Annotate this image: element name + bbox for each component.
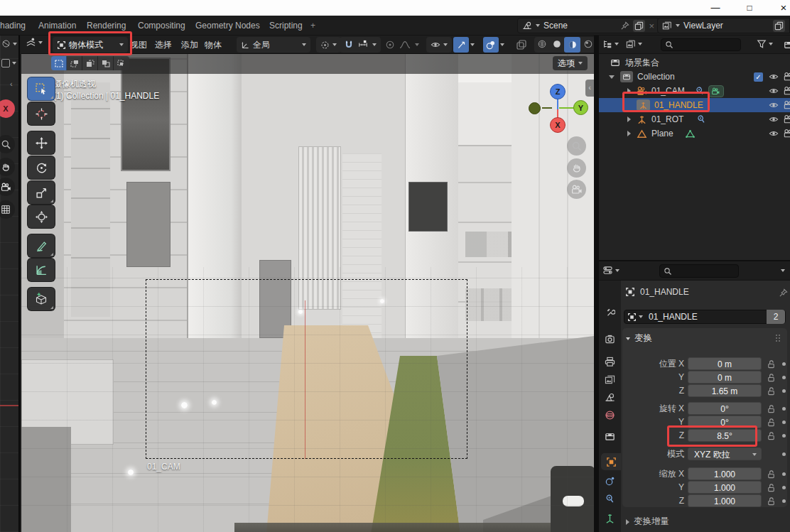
rotate-tool[interactable] (27, 156, 55, 180)
location-z-field[interactable]: 1.65 m (688, 384, 762, 397)
outliner-search-input[interactable] (661, 38, 741, 51)
zoom-button[interactable] (0, 135, 15, 153)
collapse-arrow-icon[interactable]: ‹ (10, 80, 13, 88)
outliner-filter-dropdown[interactable] (626, 39, 642, 49)
lock-icon[interactable] (766, 416, 776, 428)
scale-z-field[interactable]: 1.000 (688, 494, 762, 507)
axis-x-ball[interactable]: X (0, 99, 15, 118)
workspace-tab-compositing[interactable]: Compositing (138, 16, 185, 36)
editor-type-dropdown[interactable] (26, 37, 43, 48)
scene-selector[interactable]: Scene × (517, 18, 659, 33)
chevron-down-icon[interactable] (372, 43, 377, 46)
chevron-down-icon[interactable] (470, 43, 475, 46)
panel-grip-icon[interactable] (774, 334, 783, 342)
animate-dot[interactable] (781, 384, 786, 397)
mode-dropdown[interactable]: 物体模式 (53, 37, 128, 53)
select-mode-invert-button[interactable] (98, 56, 114, 70)
measure-tool[interactable] (27, 258, 55, 282)
viewlayer-selector[interactable]: ViewLayer (657, 18, 790, 33)
object-name-field[interactable]: 01_HANDLE 2 (624, 310, 786, 324)
users-count-badge[interactable]: 2 (767, 310, 785, 324)
transform-tool[interactable] (27, 205, 55, 229)
viewport-3d[interactable]: 选项 摄像机透视 (1) Collection | 01_HANDLE Z (21, 54, 594, 532)
rotation-x-field[interactable]: 0° (688, 402, 762, 415)
chevron-down-icon[interactable] (639, 315, 643, 318)
outliner-row-01-cam[interactable]: 01_CAM (599, 84, 790, 98)
disable-render-icon[interactable] (784, 114, 790, 124)
new-viewlayer-button[interactable] (773, 20, 785, 32)
lock-icon[interactable] (766, 371, 776, 384)
lock-icon[interactable] (766, 481, 776, 494)
outliner-row-collection[interactable]: Collection ✓ (599, 70, 790, 84)
disable-render-icon[interactable] (784, 72, 790, 82)
hide-eye-icon[interactable] (769, 72, 779, 82)
chevron-down-icon[interactable] (500, 43, 504, 46)
disclosure-triangle[interactable] (627, 131, 631, 136)
animate-dot[interactable] (781, 429, 786, 442)
tab-object-data[interactable] (599, 509, 621, 526)
outliner-row-01-rot[interactable]: 01_ROT (599, 112, 790, 126)
hide-eye-icon[interactable] (769, 114, 779, 124)
show-overlays-toggle[interactable] (483, 37, 499, 53)
select-box-tool[interactable] (27, 77, 55, 101)
select-mode-new-button[interactable] (51, 56, 67, 70)
disclosure-triangle[interactable] (627, 116, 631, 122)
delta-transform-panel-header[interactable]: 变换增量 (626, 516, 669, 528)
location-x-field[interactable]: 0 m (688, 357, 762, 370)
camera-view-button[interactable] (0, 178, 15, 196)
menu-select[interactable]: 选择 (155, 36, 172, 54)
scale-x-field[interactable]: 1.000 (688, 467, 762, 480)
shading-wireframe-button[interactable] (534, 39, 549, 51)
shading-rendered-button[interactable] (580, 39, 595, 51)
transform-orientation-dropdown[interactable]: 全局 (237, 37, 310, 53)
sidebar-collapse-tab[interactable]: ‹ (585, 80, 594, 97)
options-dropdown[interactable]: 选项 (553, 56, 588, 70)
outliner-row-01-handle[interactable]: 01_HANDLE (599, 98, 790, 112)
camera-frame[interactable] (146, 279, 467, 459)
lock-icon[interactable] (766, 402, 776, 415)
hide-eye-icon[interactable] (769, 86, 779, 96)
xray-toggle[interactable] (516, 39, 527, 50)
outliner-filter-button[interactable] (757, 39, 773, 49)
editor-divider[interactable] (594, 36, 599, 532)
lock-icon[interactable] (766, 429, 776, 442)
lock-icon[interactable] (766, 357, 776, 370)
falloff-curve-icon[interactable] (399, 40, 411, 50)
add-workspace-button[interactable]: + (310, 16, 315, 36)
properties-editor-type-dropdown[interactable] (602, 265, 619, 276)
outliner-row-plane[interactable]: Plane (599, 126, 790, 141)
snap-target-icon[interactable] (358, 40, 368, 50)
animate-dot[interactable] (781, 416, 786, 428)
unlink-scene-icon[interactable]: × (649, 21, 654, 31)
shading-solid-button[interactable] (549, 39, 564, 51)
proportional-icon[interactable] (385, 40, 395, 50)
tab-world[interactable] (599, 406, 621, 423)
rotation-y-field[interactable]: 0° (688, 416, 762, 428)
pin-icon[interactable] (779, 288, 788, 298)
tab-object[interactable] (601, 453, 621, 470)
left-editor-mode-dropdown[interactable] (1, 59, 16, 67)
animate-dot[interactable] (781, 402, 786, 415)
tab-view-layer[interactable] (599, 371, 621, 388)
zoom-button[interactable] (567, 136, 586, 156)
disclosure-triangle[interactable] (627, 88, 631, 94)
tab-tool[interactable] (599, 303, 621, 320)
pivot-point-dropdown[interactable] (316, 37, 341, 53)
scale-y-field[interactable]: 1.000 (688, 481, 762, 494)
lock-icon[interactable] (766, 494, 776, 507)
new-collection-button[interactable] (784, 40, 790, 50)
annotate-tool[interactable] (27, 234, 55, 258)
new-scene-button[interactable] (633, 20, 645, 32)
outliner-display-mode-dropdown[interactable] (602, 39, 619, 49)
animate-dot[interactable] (781, 447, 786, 460)
scale-tool[interactable] (27, 180, 55, 205)
rotation-z-field[interactable]: 8.5° (688, 429, 762, 442)
pan-hand-button[interactable] (567, 158, 586, 178)
disable-render-icon[interactable] (784, 129, 790, 139)
menu-view[interactable]: 视图 (130, 36, 147, 54)
workspace-tab-animation[interactable]: Animation (38, 16, 76, 36)
chevron-down-icon[interactable] (415, 43, 419, 46)
animate-dot[interactable] (781, 481, 786, 494)
rotation-mode-dropdown[interactable]: XYZ 欧拉 (688, 447, 762, 460)
tab-output[interactable] (599, 353, 621, 370)
